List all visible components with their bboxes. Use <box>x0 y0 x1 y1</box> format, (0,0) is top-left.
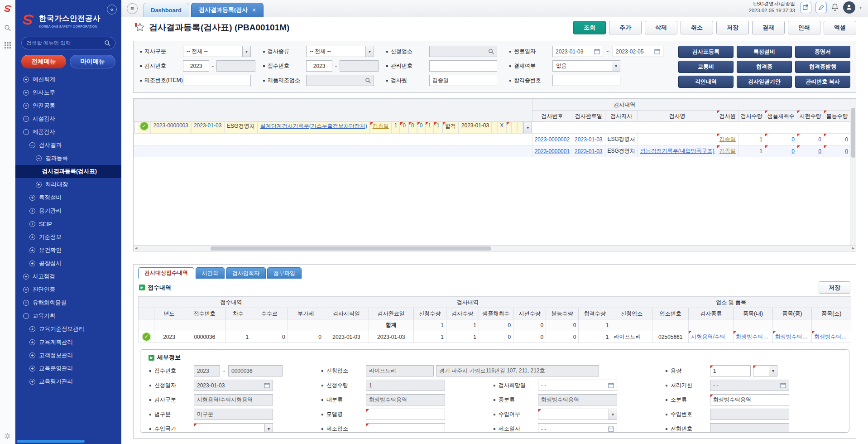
tab-검사입회자[interactable]: 검사입회자 <box>226 267 266 279</box>
sidebar-item[interactable]: +특정설비 <box>15 191 121 204</box>
apply-date-input[interactable]: 2023-01-03 <box>194 380 273 391</box>
hope-date-input[interactable]: - - <box>538 380 617 391</box>
close-icon[interactable]: × <box>252 6 256 14</box>
action-button[interactable]: 저장 <box>716 21 749 34</box>
expand-icon[interactable]: + <box>29 208 35 214</box>
keypad-icon[interactable] <box>5 42 11 48</box>
expand-icon[interactable]: + <box>23 103 29 109</box>
grid-link[interactable]: 0 <box>791 148 795 154</box>
grid-row[interactable]: ✓2023-00000032023-01-03ESG경영처설계단계검사기록부(가… <box>134 122 532 133</box>
expand-icon[interactable]: + <box>29 247 35 253</box>
grid-link[interactable]: 설계단계검사기록부(가스누출경보차단장치) <box>260 123 367 129</box>
sidebar-item[interactable]: +사고점검 <box>15 270 121 283</box>
grid-horizontal-scrollbar[interactable]: ◀ ▶ <box>134 245 856 251</box>
mgmt-no-input[interactable] <box>429 60 497 72</box>
branch-select[interactable]: -- 전체 -- <box>183 46 251 57</box>
complete-date-to-input[interactable]: 2023-02-05 <box>613 46 663 57</box>
import-country-select[interactable] <box>194 423 273 433</box>
inspection-no-seq-input[interactable] <box>216 60 255 72</box>
expand-icon[interactable]: + <box>23 77 29 82</box>
sidebar-item[interactable]: +교육평가관리 <box>15 375 121 388</box>
applicant-input[interactable] <box>432 47 486 56</box>
grid-link[interactable]: 1 <box>428 122 431 129</box>
tab-첨부파일[interactable]: 첨부파일 <box>267 267 302 279</box>
search-icon[interactable] <box>4 24 11 31</box>
my-menu-button[interactable]: 마이메뉴 <box>70 55 115 68</box>
collapse-icon[interactable]: − <box>23 313 29 319</box>
receipt-no-seq-input[interactable] <box>340 60 379 72</box>
grid-link[interactable]: 2023-01-03 <box>575 136 602 143</box>
applicant-address-input[interactable] <box>436 365 599 376</box>
cert-no-input[interactable] <box>552 75 620 86</box>
action-button[interactable]: 조회 <box>573 21 606 34</box>
grid-link[interactable]: 2023-01-03 <box>194 122 221 129</box>
expand-icon[interactable]: + <box>29 326 35 332</box>
action-button[interactable]: 취소 <box>681 21 713 34</box>
capacity-unit-select[interactable] <box>753 365 777 376</box>
inspector-input[interactable] <box>429 75 497 86</box>
quick-button[interactable]: 합격증발행 <box>795 61 850 73</box>
sidebar-item[interactable]: −결과등록 <box>15 152 121 165</box>
capacity-input[interactable] <box>710 365 751 376</box>
sidebar-collapse-button[interactable]: « <box>107 5 117 14</box>
expand-icon[interactable]: + <box>23 274 29 280</box>
expand-icon[interactable]: + <box>29 234 35 240</box>
sidebar-item[interactable]: −제품검사 <box>15 125 121 139</box>
sidebar-item[interactable]: +안전공통 <box>15 99 121 112</box>
grid-link[interactable]: 0 <box>845 136 848 143</box>
grid-link[interactable]: 2023-0000001 <box>535 148 570 154</box>
grid-link[interactable]: 2023-0000002 <box>535 136 570 143</box>
action-button[interactable]: 결재 <box>752 21 785 34</box>
expand-icon[interactable]: + <box>29 339 35 345</box>
import-no-input[interactable] <box>710 409 789 420</box>
sidebar-item[interactable]: +공장심사 <box>15 257 121 270</box>
sidebar-item[interactable]: +고객정보관리 <box>15 349 121 362</box>
collapse-icon[interactable]: − <box>23 129 29 135</box>
phone-no-input[interactable] <box>710 423 789 433</box>
action-button[interactable]: 인쇄 <box>788 21 820 34</box>
grid-row[interactable]: 2023-00000022023-01-03ESG경영처김종일100011합격2… <box>134 134 856 145</box>
expand-icon[interactable]: + <box>23 287 29 293</box>
expand-icon[interactable]: + <box>29 221 35 227</box>
grid-link[interactable]: 2023-01-03 <box>575 148 602 154</box>
expand-icon[interactable]: + <box>23 90 29 96</box>
sidebar-item[interactable]: +진단인증 <box>15 283 121 296</box>
expand-icon[interactable]: + <box>23 300 29 306</box>
search-icon[interactable] <box>365 77 371 83</box>
grid-link[interactable]: 0 <box>403 122 406 129</box>
approval-yn-select[interactable]: 없음 <box>552 60 620 72</box>
category-small-input[interactable] <box>710 394 789 405</box>
expand-icon[interactable]: + <box>29 352 35 358</box>
collapse-icon[interactable]: − <box>36 155 42 161</box>
category-large-input[interactable] <box>366 394 445 405</box>
open-window-icon[interactable] <box>800 2 811 13</box>
search-icon[interactable] <box>104 40 110 46</box>
favorite-star-icon[interactable] <box>133 22 145 34</box>
collapse-icon[interactable]: − <box>29 142 35 148</box>
sidebar-item[interactable]: +기준정보 <box>15 231 121 244</box>
sidebar-item[interactable]: +요건확인 <box>15 244 121 257</box>
sidebar-item[interactable]: +예산회계 <box>15 73 121 86</box>
category-mid-input[interactable] <box>538 394 617 405</box>
quick-button[interactable]: 교통비 <box>678 61 734 73</box>
law-class-input[interactable] <box>194 409 273 420</box>
avatar[interactable] <box>843 1 855 14</box>
quick-button[interactable]: 합격증 <box>737 61 792 73</box>
inspection-type-select[interactable]: -- 전체 -- <box>306 46 374 57</box>
expand-icon[interactable]: + <box>36 182 42 188</box>
complete-date-from-input[interactable]: 2023-01-03 <box>552 46 603 57</box>
quick-button[interactable]: 증명서 <box>795 46 850 58</box>
settings-icon[interactable] <box>4 433 11 439</box>
sidebar-item[interactable]: −검사결과 <box>15 139 121 152</box>
quick-button[interactable]: 관리번호 복사 <box>795 76 850 88</box>
sidebar-scrollbar[interactable] <box>17 440 85 443</box>
grid-link[interactable]: X <box>500 122 504 129</box>
scroll-left-icon[interactable]: ◀ <box>135 246 137 250</box>
sidebar-item[interactable]: +처리대장 <box>15 178 121 191</box>
inspection-no-year-input[interactable] <box>183 60 209 72</box>
inspection-class-input[interactable] <box>194 394 273 405</box>
quick-button[interactable]: 검사표등록 <box>678 46 734 58</box>
expand-icon[interactable]: + <box>29 195 35 201</box>
grid-link[interactable]: 0 <box>411 122 414 129</box>
grid-link[interactable]: 성능검정기록부(내압방폭구조) <box>640 148 715 154</box>
